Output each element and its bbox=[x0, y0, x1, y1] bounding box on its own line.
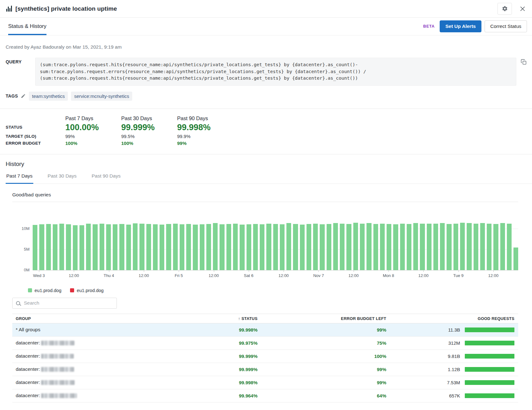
chart-bar[interactable] bbox=[113, 224, 117, 270]
chart-bar[interactable] bbox=[253, 224, 258, 270]
chart-bar[interactable] bbox=[327, 224, 331, 270]
settings-button[interactable] bbox=[497, 3, 512, 15]
chart-bar[interactable] bbox=[293, 224, 298, 270]
copy-query-button[interactable] bbox=[520, 59, 527, 65]
chart-bar[interactable] bbox=[66, 224, 71, 270]
chart-bar[interactable] bbox=[213, 223, 218, 270]
column-header-good-requests[interactable]: GOOD REQUESTS bbox=[386, 316, 518, 321]
chart-bar[interactable] bbox=[39, 224, 44, 270]
legend-item-bad[interactable]: eu1.prod.dog bbox=[70, 288, 103, 293]
legend-item-good[interactable]: eu1.prod.dog bbox=[28, 288, 61, 293]
table-row-datacenter[interactable]: datacenter: 99.975% 75% 312M bbox=[12, 337, 518, 350]
chart-bar[interactable] bbox=[346, 224, 351, 270]
table-row-datacenter[interactable]: datacenter: 99.999% 99% 1.12B bbox=[12, 363, 518, 376]
chart-bar[interactable] bbox=[126, 225, 131, 270]
chart-bar[interactable] bbox=[400, 224, 405, 270]
chart-bar[interactable] bbox=[226, 224, 231, 270]
chart-bar[interactable] bbox=[79, 225, 84, 270]
chart-bar[interactable] bbox=[133, 223, 138, 270]
chart-bar[interactable] bbox=[427, 224, 432, 270]
chart-bar[interactable] bbox=[266, 224, 271, 270]
chart-bar[interactable] bbox=[353, 223, 358, 270]
chart-bar[interactable] bbox=[393, 224, 398, 270]
table-row-all-groups[interactable]: * All groups 99.998% 99% 11.3B bbox=[12, 323, 518, 337]
group-search[interactable] bbox=[12, 298, 117, 309]
chart-bar[interactable] bbox=[333, 223, 338, 270]
tag-team-synthetics[interactable]: team:synthetics bbox=[29, 92, 68, 101]
chart-bar[interactable] bbox=[507, 224, 512, 270]
chart-bar[interactable] bbox=[100, 224, 104, 270]
set-up-alerts-button[interactable]: Set Up Alerts bbox=[440, 20, 481, 32]
chart-bar[interactable] bbox=[46, 224, 51, 270]
chart-bar[interactable] bbox=[420, 224, 425, 270]
table-row-datacenter[interactable]: datacenter: 99.999% 100% 9.81B bbox=[12, 350, 518, 363]
chart-bar[interactable] bbox=[33, 225, 37, 270]
chart-bar[interactable] bbox=[206, 224, 211, 270]
correct-status-button[interactable]: Correct Status bbox=[485, 20, 527, 32]
chart-bar[interactable] bbox=[467, 223, 471, 270]
table-row-datacenter[interactable]: datacenter: 99.964% 64% 657K bbox=[12, 389, 518, 402]
chart-bar[interactable] bbox=[273, 224, 278, 270]
chart-bar[interactable] bbox=[286, 223, 291, 270]
chart-bar[interactable] bbox=[387, 224, 391, 270]
edit-tags-button[interactable] bbox=[21, 93, 26, 99]
chart-bar[interactable] bbox=[480, 223, 485, 270]
chart-bar[interactable] bbox=[313, 224, 318, 270]
chart-bar[interactable] bbox=[413, 223, 418, 270]
column-header-group[interactable]: GROUP bbox=[12, 316, 185, 321]
chart-bar[interactable] bbox=[173, 224, 178, 270]
chart-bar[interactable] bbox=[440, 223, 445, 270]
chart-bar[interactable] bbox=[493, 224, 498, 270]
chart-bar[interactable] bbox=[460, 223, 465, 270]
chart-bar[interactable] bbox=[193, 225, 198, 270]
chart-bar[interactable] bbox=[407, 224, 411, 270]
tag-service-mcnulty-synthetics[interactable]: service:mcnulty-synthetics bbox=[71, 92, 132, 101]
chart-bar[interactable] bbox=[220, 224, 224, 270]
chart-bar[interactable] bbox=[474, 224, 478, 270]
chart-bar[interactable] bbox=[153, 224, 158, 270]
chart-bar[interactable] bbox=[500, 223, 505, 270]
column-header-status[interactable]: ↑STATUS bbox=[185, 316, 258, 321]
column-header-error-budget-left[interactable]: ERROR BUDGET LEFT bbox=[258, 316, 386, 321]
history-tab-past-90-days[interactable]: Past 90 Days bbox=[91, 173, 121, 184]
chart-bar[interactable] bbox=[53, 224, 57, 270]
history-heading: History bbox=[6, 161, 532, 168]
chart-bar[interactable] bbox=[433, 224, 438, 270]
chart-bar[interactable] bbox=[146, 224, 151, 270]
chart-bar[interactable] bbox=[380, 224, 385, 270]
chart-bar[interactable] bbox=[513, 248, 518, 270]
chart-bar[interactable] bbox=[139, 224, 144, 270]
chart-bar[interactable] bbox=[106, 224, 111, 270]
chart-bar[interactable] bbox=[260, 224, 264, 270]
chart-bar[interactable] bbox=[200, 224, 204, 270]
chart-bar[interactable] bbox=[166, 224, 171, 270]
chart-bar[interactable] bbox=[180, 224, 184, 270]
chart-bar[interactable] bbox=[447, 224, 451, 270]
chart-bar[interactable] bbox=[233, 224, 238, 270]
chart-bar[interactable] bbox=[86, 224, 91, 270]
table-row-datacenter[interactable]: datacenter: 99.998% 99% 7.53M bbox=[12, 376, 518, 389]
history-tab-past-30-days[interactable]: Past 30 Days bbox=[47, 173, 77, 184]
chart-bar[interactable] bbox=[247, 224, 251, 270]
chart-bar[interactable] bbox=[360, 224, 365, 270]
chart-bar[interactable] bbox=[300, 225, 305, 270]
chart-bar[interactable] bbox=[240, 225, 244, 270]
chart-bar[interactable] bbox=[453, 224, 458, 270]
chart-bar[interactable] bbox=[373, 224, 378, 270]
chart-bar[interactable] bbox=[160, 225, 164, 270]
history-tab-past-7-days[interactable]: Past 7 Days bbox=[6, 173, 33, 184]
chart-bar[interactable] bbox=[93, 224, 97, 270]
chart-bar[interactable] bbox=[320, 224, 324, 270]
chart-bar[interactable] bbox=[340, 224, 345, 270]
chart-bar[interactable] bbox=[280, 224, 285, 270]
tab-status-and-history[interactable]: Status & History bbox=[8, 18, 46, 35]
search-input[interactable] bbox=[23, 300, 113, 306]
chart-bar[interactable] bbox=[73, 225, 78, 270]
chart-bar[interactable] bbox=[59, 224, 64, 270]
chart-bar[interactable] bbox=[487, 224, 491, 270]
chart-bar[interactable] bbox=[119, 224, 124, 270]
chart-bar[interactable] bbox=[366, 223, 371, 270]
chart-bar[interactable] bbox=[307, 224, 311, 270]
chart-bar[interactable] bbox=[186, 224, 191, 270]
close-button[interactable] bbox=[518, 4, 527, 13]
